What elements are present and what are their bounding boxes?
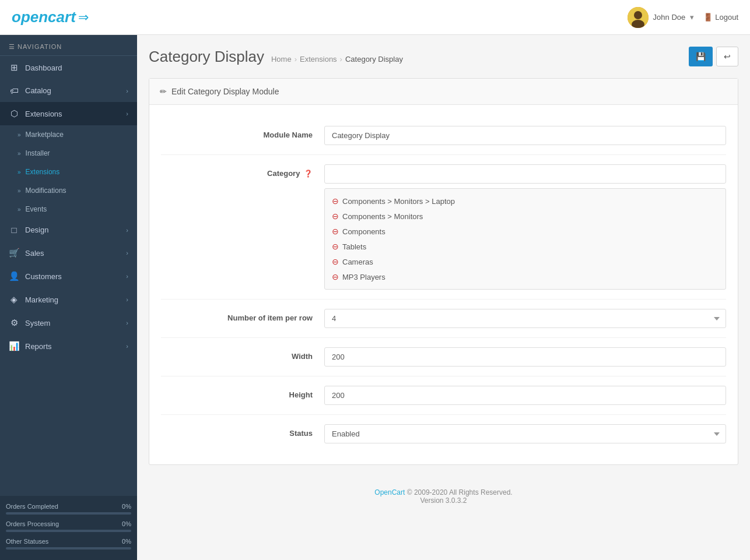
logout-label: Logout [715,13,738,22]
card-body: Module Name Category ❓ [149,105,738,464]
marketplace-sub-arrow-icon: » [17,132,21,138]
remove-icon-1[interactable]: ⊖ [332,212,339,221]
sidebar-label-installer: Installer [26,149,50,157]
sidebar-subitem-modifications[interactable]: » Modifications [0,181,137,200]
orders-processing-bar-bg [6,530,131,532]
status-control-wrap: Enabled Disabled [324,424,726,443]
module-name-control-wrap [324,126,726,145]
category-item-5[interactable]: ⊖ MP3 Players [325,269,726,284]
sidebar-label-extensions: Extensions [25,110,62,118]
progress-other-statuses-label: Other Statuses 0% [6,538,131,545]
logout-button[interactable]: 🚪 Logout [703,13,738,22]
category-item-text-2: Components [342,227,385,236]
breadcrumb-sep-1: › [295,55,297,64]
progress-orders-completed: Orders Completed 0% [6,503,131,515]
sidebar-subitem-extensions[interactable]: » Extensions [0,163,137,181]
sidebar-label-extensions-sub: Extensions [26,168,60,176]
category-item-0[interactable]: ⊖ Components > Monitors > Laptop [325,193,726,209]
sidebar-item-catalog[interactable]: 🏷 Catalog › [0,79,137,102]
reports-arrow-icon: › [126,343,128,350]
reports-icon: 📊 [9,341,19,351]
sidebar-progress: Orders Completed 0% Orders Processing 0% [0,496,137,560]
sidebar-item-dashboard[interactable]: ⊞ Dashboard [0,56,137,79]
category-item-3[interactable]: ⊖ Tablets [325,239,726,254]
sidebar-item-extensions[interactable]: ⬡ Extensions › [0,102,137,125]
catalog-arrow-icon: › [126,87,128,94]
category-search-input[interactable] [324,164,726,184]
extensions-icon: ⬡ [9,108,19,119]
sidebar-label-marketing: Marketing [25,295,58,304]
catalog-icon: 🏷 [9,86,19,96]
footer-brand-link[interactable]: OpenCart [374,488,405,496]
orders-processing-value: 0% [122,520,131,527]
category-item-text-1: Components > Monitors [342,212,423,221]
sidebar-item-customers[interactable]: 👤 Customers › [0,265,137,288]
back-icon: ↩ [724,52,731,61]
category-item-2[interactable]: ⊖ Components [325,224,726,239]
module-name-input[interactable] [324,126,726,145]
sidebar-item-marketing[interactable]: ◈ Marketing › [0,288,137,311]
category-item-4[interactable]: ⊖ Cameras [325,254,726,269]
card-header: ✏ Edit Category Display Module [149,79,738,105]
breadcrumb-home[interactable]: Home [271,55,292,64]
sidebar-label-sales: Sales [25,249,44,258]
sidebar-subitem-installer[interactable]: » Installer [0,144,137,163]
sales-icon: 🛒 [9,248,19,258]
sidebar-label-marketplace: Marketplace [26,131,64,139]
user-name: John Doe [653,13,686,22]
remove-icon-5[interactable]: ⊖ [332,272,339,281]
category-item-text-0: Components > Monitors > Laptop [342,197,455,206]
sidebar-subitem-events[interactable]: » Events [0,200,137,219]
status-label: Status [161,424,324,438]
remove-icon-0[interactable]: ⊖ [332,196,339,206]
items-per-row-control-wrap: 1 2 3 4 5 6 [324,309,726,328]
sidebar-item-system[interactable]: ⚙ System › [0,311,137,334]
category-control-wrap: ⊖ Components > Monitors > Laptop ⊖ Compo… [324,164,726,290]
installer-sub-arrow-icon: » [17,150,21,157]
status-select[interactable]: Enabled Disabled [324,424,726,443]
card-title: Edit Category Display Module [171,87,279,96]
form-group-category: Category ❓ ⊖ Components > Monitors > Lap… [161,155,726,300]
category-item-1[interactable]: ⊖ Components > Monitors [325,209,726,224]
width-control-wrap [324,347,726,367]
marketing-icon: ◈ [9,294,19,305]
sidebar-item-design[interactable]: □ Design › [0,219,137,241]
remove-icon-4[interactable]: ⊖ [332,257,339,266]
back-button[interactable]: ↩ [716,47,738,66]
items-per-row-select[interactable]: 1 2 3 4 5 6 [324,309,726,328]
user-dropdown-icon[interactable]: ▾ [690,13,694,22]
page-actions: 💾 ↩ [689,47,738,66]
logo-arrow-icon: ⇒ [78,10,89,25]
extensions-sub-arrow-icon: » [17,169,21,175]
progress-other-statuses: Other Statuses 0% [6,538,131,550]
form-group-status: Status Enabled Disabled [161,415,726,453]
progress-orders-processing-label: Orders Processing 0% [6,520,131,527]
category-item-text-3: Tablets [342,242,366,251]
user-info: John Doe ▾ [628,7,695,28]
sidebar-label-customers: Customers [25,272,62,281]
footer-version: Version 3.0.3.2 [160,496,727,505]
footer-line1: OpenCart © 2009-2020 All Rights Reserved… [160,488,727,496]
orders-processing-text: Orders Processing [6,520,59,527]
items-per-row-label: Number of item per row [161,309,324,322]
progress-orders-processing: Orders Processing 0% [6,520,131,532]
footer-copyright: © 2009-2020 All Rights Reserved. [405,488,512,496]
breadcrumb-extensions[interactable]: Extensions [300,55,337,64]
height-control-wrap [324,386,726,405]
remove-icon-3[interactable]: ⊖ [332,242,339,251]
extensions-arrow-icon: › [126,110,128,117]
category-help-icon[interactable]: ❓ [304,170,313,178]
other-statuses-bar-bg [6,547,131,550]
other-statuses-value: 0% [122,538,131,545]
design-arrow-icon: › [126,227,128,234]
sidebar-label-catalog: Catalog [25,86,51,95]
sidebar-item-sales[interactable]: 🛒 Sales › [0,241,137,265]
save-button[interactable]: 💾 [689,47,713,66]
category-list: ⊖ Components > Monitors > Laptop ⊖ Compo… [324,188,726,290]
width-input[interactable] [324,347,726,367]
design-icon: □ [9,225,19,235]
sidebar-subitem-marketplace[interactable]: » Marketplace [0,125,137,144]
sidebar-item-reports[interactable]: 📊 Reports › [0,334,137,358]
height-input[interactable] [324,386,726,405]
remove-icon-2[interactable]: ⊖ [332,227,339,236]
